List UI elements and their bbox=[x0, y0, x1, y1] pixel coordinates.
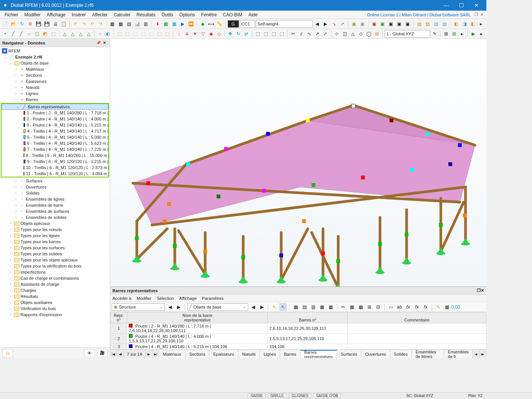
pin-icon[interactable]: 📌 bbox=[95, 40, 101, 46]
table-row[interactable]: 3 Poutre | 4 - R_M1 140/140 | L : 5.215 … bbox=[111, 344, 486, 350]
redo-multi-icon[interactable]: ↷ bbox=[97, 20, 104, 28]
hinge-icon[interactable]: ○ bbox=[97, 30, 104, 38]
tree-folder[interactable]: ›Objets auxiliaires bbox=[0, 299, 110, 306]
disp3-icon[interactable]: ▤ bbox=[432, 20, 440, 28]
edit3-icon[interactable]: ∿ bbox=[306, 30, 313, 38]
tree-item[interactable]: ›•Barres bbox=[0, 97, 110, 103]
bp-prev1-icon[interactable]: ◀ bbox=[166, 303, 174, 311]
tree-folder[interactable]: ›Charges bbox=[0, 287, 110, 293]
snap3-icon[interactable]: △ bbox=[349, 30, 356, 38]
table-row[interactable]: 2 Poutre | 4 - R_M1 140/140 | L : 4.000 … bbox=[111, 334, 486, 344]
menu-affecter[interactable]: Affecter bbox=[89, 11, 111, 18]
loadcase-combo[interactable]: Self-weight bbox=[256, 20, 313, 28]
snap6-icon[interactable]: ⊞ bbox=[373, 30, 380, 38]
tabs-prev-icon[interactable]: ◀ bbox=[117, 350, 124, 358]
bp-fx2-icon[interactable]: fx bbox=[404, 303, 412, 311]
snap2-icon[interactable]: ◫ bbox=[341, 30, 348, 38]
load4-icon[interactable]: ▽ bbox=[200, 30, 207, 38]
disp4-icon[interactable]: ▤ bbox=[440, 20, 448, 28]
table2-icon[interactable]: ▦ bbox=[117, 20, 125, 28]
table1-icon[interactable]: ▦ bbox=[109, 20, 116, 28]
addon5-icon[interactable]: ▣ bbox=[404, 20, 411, 28]
support-icon[interactable]: △ bbox=[61, 30, 68, 38]
report-icon[interactable]: 📋 bbox=[60, 20, 68, 28]
load1-icon[interactable]: ↓ bbox=[175, 30, 182, 38]
tree-folder[interactable]: ›Cas de charge et combinaisons bbox=[0, 275, 110, 281]
bottom-grid[interactable]: Repr.n° Nom de la barrereprésentative Ba… bbox=[110, 312, 486, 350]
view3-icon[interactable]: ⬚ bbox=[270, 30, 277, 38]
tree-item[interactable]: ›•Sections bbox=[0, 72, 110, 78]
opening-icon[interactable]: ◫ bbox=[33, 30, 41, 38]
load3-icon[interactable]: ▼ bbox=[192, 30, 199, 38]
tree-item[interactable]: ›•Épaisseurs bbox=[0, 78, 110, 84]
lc-tool1-icon[interactable]: ↘ bbox=[330, 20, 338, 28]
close-button[interactable]: ✕ bbox=[469, 0, 484, 11]
bottom-tab[interactable]: Épaisseurs bbox=[209, 350, 238, 358]
sel6-icon[interactable]: ⬚ bbox=[156, 30, 163, 38]
tree-objets-base[interactable]: ⌄Objets de base bbox=[0, 60, 110, 66]
tabs-next-icon[interactable]: ▶ bbox=[146, 350, 152, 358]
tree-folder[interactable]: ›Assistants de charge bbox=[0, 281, 110, 287]
menu-options[interactable]: Options bbox=[176, 11, 198, 18]
line-icon[interactable]: ╱ bbox=[10, 30, 17, 38]
bottom-tab[interactable]: Solides bbox=[390, 350, 412, 358]
edit2-icon[interactable]: ⫽ bbox=[298, 30, 305, 38]
menu-resultats[interactable]: Résultats bbox=[133, 11, 158, 18]
bp-e2-icon[interactable]: ▦ bbox=[348, 303, 356, 311]
box1-icon[interactable]: ◧ bbox=[452, 20, 460, 28]
addon3-icon[interactable]: ▣ bbox=[387, 20, 394, 28]
snap4-icon[interactable]: ◇ bbox=[357, 30, 364, 38]
loads-icon[interactable]: ⬇ bbox=[154, 20, 162, 28]
sel1-icon[interactable]: ⬚ bbox=[116, 30, 123, 38]
bp-t4-icon[interactable]: ▦ bbox=[318, 303, 326, 311]
box4-icon[interactable]: ▸ bbox=[477, 20, 485, 28]
sel5-icon[interactable]: ⬚ bbox=[148, 30, 155, 38]
view2-icon[interactable]: ⬚ bbox=[262, 30, 269, 38]
bp-dec-icon[interactable]: 0.00 bbox=[452, 303, 459, 311]
table3-icon[interactable]: ▤ bbox=[125, 20, 133, 28]
chart-icon[interactable]: 📊 bbox=[134, 20, 141, 28]
tree-rep-item[interactable]: 11 - Treillis | 6 - R_M1 120/120 | L : 3… bbox=[2, 171, 108, 177]
3d-viewport[interactable]: Barres représentatives ❐ ✕ Accéder à Mod… bbox=[110, 39, 486, 358]
bp-x2-icon[interactable]: ▦ bbox=[443, 303, 451, 311]
tree-folder[interactable]: ›Types pour les nœuds bbox=[0, 226, 110, 233]
tree-folder[interactable]: ›Types pour la vérification du bois bbox=[0, 263, 110, 269]
script-icon[interactable]: ▶ bbox=[470, 30, 477, 38]
tabs-last-icon[interactable]: ▶| bbox=[152, 350, 159, 358]
bottom-tab[interactable]: Ensembles de lignes bbox=[412, 350, 444, 358]
bp-undock-icon[interactable]: ❐ bbox=[477, 288, 481, 293]
solid-icon[interactable]: ◩ bbox=[41, 30, 49, 38]
edit1-icon[interactable]: ✂ bbox=[290, 30, 297, 38]
edit4-icon[interactable]: ↗ bbox=[314, 30, 321, 38]
bottom-tab[interactable]: Sections bbox=[185, 350, 209, 358]
menu-aide[interactable]: Aide bbox=[245, 11, 261, 18]
refresh-icon[interactable]: ↻ bbox=[18, 20, 26, 28]
view1-icon[interactable]: ⬚ bbox=[254, 30, 261, 38]
bp-v1-icon[interactable]: ▭ bbox=[387, 303, 394, 311]
tabs-first-icon[interactable]: |◀ bbox=[110, 350, 117, 358]
bp-t5-icon[interactable]: ▦ bbox=[327, 303, 334, 311]
set-icon[interactable]: ⬚ bbox=[49, 30, 57, 38]
support4-icon[interactable]: △ bbox=[85, 30, 92, 38]
minimize-button[interactable]: — bbox=[439, 0, 454, 11]
bottom-tab[interactable]: Nœuds bbox=[238, 350, 260, 358]
tree-item[interactable]: ›▫Ensembles de barre bbox=[0, 202, 110, 208]
tree-barres-representatives[interactable]: ⌄╱Barres représentatives bbox=[2, 104, 108, 110]
sel4-icon[interactable]: ⬚ bbox=[140, 30, 147, 38]
bp-e5-icon[interactable]: ⊟ bbox=[374, 303, 382, 311]
mesh-icon[interactable]: ▦ bbox=[171, 20, 178, 28]
menu-fichier[interactable]: Fichier bbox=[2, 11, 21, 18]
bp-menu-modifier[interactable]: Modifier bbox=[137, 296, 152, 301]
addon2-icon[interactable]: ▣ bbox=[379, 20, 386, 28]
box3-icon[interactable]: ◧ bbox=[469, 20, 477, 28]
bottom-tab[interactable]: Lignes bbox=[260, 350, 280, 358]
tree-item[interactable]: ›•Lignes bbox=[0, 90, 110, 97]
combos-icon[interactable]: ▦ bbox=[162, 20, 170, 28]
tree-folder[interactable]: ›Types pour les surfaces bbox=[0, 245, 110, 251]
bp-menu-affichage[interactable]: Affichage bbox=[179, 296, 197, 301]
menu-cao-bim[interactable]: CAO-BIM bbox=[220, 11, 245, 18]
tree-rep-item[interactable]: 10 - Treillis | 6 - R_M1 120/120 | L : 2… bbox=[2, 165, 108, 171]
sel7-icon[interactable]: ⬚ bbox=[164, 30, 171, 38]
nav-close-icon[interactable]: ✕ bbox=[101, 40, 108, 46]
tree-folder[interactable]: ›Résultats bbox=[0, 293, 110, 299]
